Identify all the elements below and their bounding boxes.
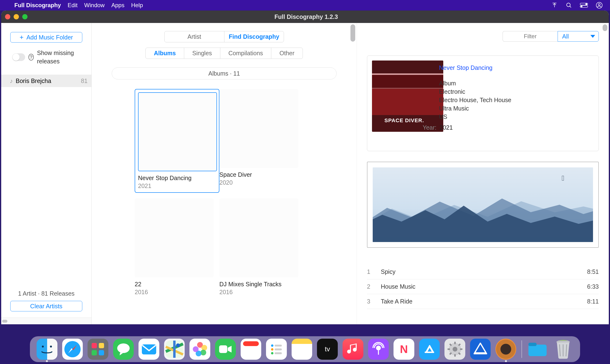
dock-podcasts-icon[interactable] [368,339,389,360]
dock-app-icon[interactable] [495,339,516,360]
dock-finder-icon[interactable] [37,339,57,360]
svg-rect-27 [243,341,259,346]
menu-help[interactable]: Help [131,2,143,9]
release-cover: SPACE DIVER. [372,61,443,132]
dock-trash-icon[interactable] [553,339,574,360]
dock-facetime-icon[interactable] [215,339,236,360]
menubar-app-name[interactable]: Full Discography [14,2,61,9]
dock-xcode-icon[interactable] [470,339,491,360]
album-title: Space Diver [219,171,304,178]
dock-reminders-icon[interactable] [266,339,287,360]
svg-rect-36 [425,351,434,353]
artist-name: Boris Brejcha [16,78,52,84]
sidebar-hscrollbar[interactable] [1,318,91,324]
album-card[interactable]: Never Stop Dancing 2021 [135,89,219,193]
status-upload-icon[interactable] [551,2,558,9]
svg-rect-17 [142,344,156,354]
album-title: Never Stop Dancing [138,175,216,182]
album-card[interactable]: DJ Mixes Single Tracks 2016 [219,198,304,300]
track-duration: 8:11 [577,298,599,305]
svg-rect-32 [275,349,282,350]
release-genre: Electronic [439,88,511,96]
svg-point-31 [271,348,273,351]
dock-launchpad-icon[interactable] [88,339,108,360]
svg-point-21 [201,345,207,351]
menu-edit[interactable]: Edit [68,2,78,9]
release-type-segment: Albums Singles Compilations Other [145,48,303,59]
track-title: Spicy [381,268,577,275]
svg-rect-14 [92,350,97,355]
show-missing-toggle[interactable] [12,53,25,61]
filter-input[interactable] [503,31,558,42]
window-minimize-button[interactable] [14,14,19,19]
artist-list: ♪ Boris Brejcha 81 [1,75,91,290]
dock-settings-icon[interactable] [444,339,465,360]
svg-point-19 [176,343,180,347]
dock-messages-icon[interactable] [113,339,134,360]
filter-all-select[interactable]: All [558,31,599,42]
release-cover-text: SPACE DIVER. [384,117,424,124]
help-icon[interactable]: ? [28,54,34,61]
sidebar-hscroll-thumb[interactable] [2,320,7,323]
window-titlebar[interactable]: Full Discography 1.2.3 [1,11,609,23]
svg-point-33 [271,352,273,354]
svg-line-43 [450,344,451,346]
status-user-icon[interactable] [596,2,603,9]
window-close-button[interactable] [5,14,10,19]
detail-pane-vscroll-thumb[interactable] [603,24,607,31]
dock-safari-icon[interactable] [62,339,83,360]
segment-singles[interactable]: Singles [184,48,220,59]
segment-artist[interactable]: Artist [165,31,224,42]
svg-point-2 [586,3,587,5]
track-row[interactable]: 2 House Music 6:33 [367,279,599,294]
dock-photos-icon[interactable] [189,339,210,360]
album-card[interactable]: Space Diver 2020 [219,89,304,193]
add-music-folder-button[interactable]: + Add Music Folder [10,32,82,43]
window-title: Full Discography 1.2.3 [32,13,609,20]
release-title-link[interactable]: Never Stop Dancing [439,64,493,71]
dock-mail-icon[interactable] [139,339,159,360]
release-type: Album [439,79,511,88]
segment-other[interactable]: Other [271,48,303,59]
svg-point-29 [271,344,273,347]
dock-notes-icon[interactable] [292,339,312,360]
svg-rect-30 [275,345,282,347]
artist-release-count: 81 [81,78,88,84]
dock-separator [521,340,522,358]
track-row[interactable]: 1 Spicy 8:51 [367,264,599,279]
dock-appstore-icon[interactable] [419,339,440,360]
window-zoom-button[interactable] [22,14,27,19]
bird-icon: 𓅔 [562,174,564,182]
dock-downloads-icon[interactable] [527,339,548,360]
menu-apps[interactable]: Apps [111,2,124,9]
dock-calendar-icon[interactable] [241,339,261,360]
albums-count-pill[interactable]: Albums · 11 [112,67,337,79]
segment-find-discography[interactable]: Find Discography [224,31,284,42]
svg-point-6 [598,4,600,5]
album-title: 22 [135,281,219,288]
dock-tv-icon[interactable]: tv [317,339,338,360]
album-cover [219,198,298,277]
dock-maps-icon[interactable] [164,339,185,360]
svg-rect-47 [474,352,487,354]
album-card[interactable]: 22 2016 [135,198,219,300]
menu-window[interactable]: Window [84,2,104,9]
album-cover [138,92,217,171]
track-duration: 8:51 [577,268,599,275]
dock-music-icon[interactable] [343,339,363,360]
detail-pane: All SPACE DIVER. Never Stop Dancing Albu… [357,23,609,324]
track-row[interactable]: 3 Take A Ride 8:11 [367,294,599,309]
app-window: Full Discography 1.2.3 + Add Music Folde… [1,11,609,324]
svg-line-44 [459,353,460,354]
svg-point-22 [200,350,206,355]
status-control-center-icon[interactable] [580,3,588,8]
release-year-value: 2021 [440,124,453,131]
segment-albums[interactable]: Albums [146,48,184,59]
artist-row[interactable]: ♪ Boris Brejcha 81 [1,75,91,87]
clear-artists-button[interactable]: Clear Artists [10,301,82,311]
track-list: 1 Spicy 8:51 2 House Music 6:33 3 Take A… [367,264,599,309]
dock: tv N [30,336,580,362]
segment-compilations[interactable]: Compilations [220,48,272,59]
dock-news-icon[interactable]: N [393,339,414,360]
status-search-icon[interactable] [566,2,572,9]
